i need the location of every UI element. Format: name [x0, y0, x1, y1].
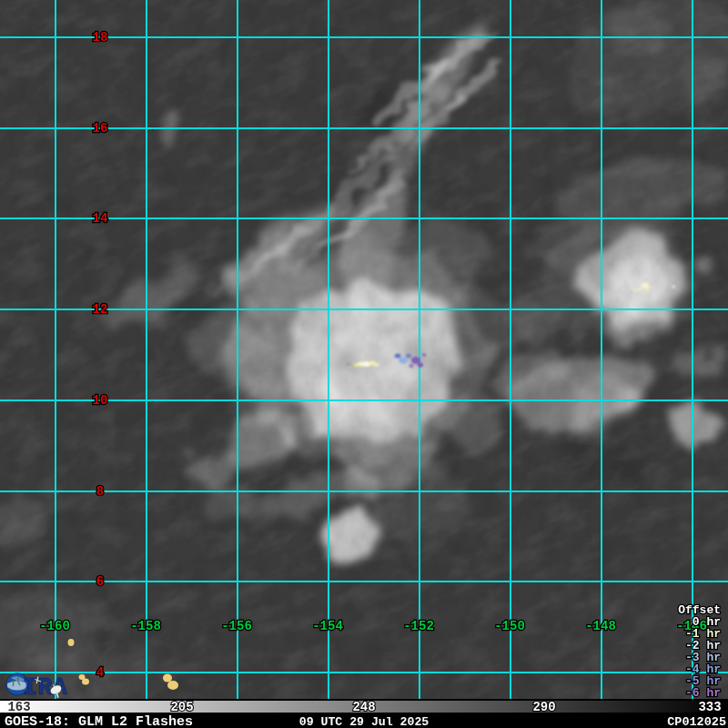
svg-text:10: 10 [93, 393, 108, 408]
svg-text:14: 14 [93, 211, 108, 226]
svg-text:16: 16 [93, 121, 108, 136]
svg-text:8: 8 [96, 484, 104, 499]
svg-text:6: 6 [96, 574, 104, 589]
svg-text:-6 hr: -6 hr [685, 686, 721, 700]
svg-text:333: 333 [698, 700, 721, 714]
svg-text:248: 248 [352, 700, 375, 714]
svg-text:-154: -154 [312, 619, 343, 633]
svg-text:-152: -152 [403, 619, 434, 633]
svg-text:-158: -158 [130, 619, 161, 633]
svg-text:12: 12 [93, 302, 108, 317]
svg-text:4: 4 [96, 665, 104, 680]
svg-text:GOES-18: GLM L2 Flashes: GOES-18: GLM L2 Flashes [5, 714, 193, 728]
svg-text:18: 18 [93, 30, 108, 45]
svg-text:CP012025: CP012025 [667, 715, 726, 728]
svg-text:09 UTC 29 Jul 2025: 09 UTC 29 Jul 2025 [299, 715, 430, 728]
svg-text:-148: -148 [585, 619, 616, 633]
svg-text:-150: -150 [494, 619, 525, 633]
svg-text:-156: -156 [221, 619, 252, 633]
svg-text:205: 205 [170, 700, 193, 714]
svg-text:290: 290 [532, 700, 555, 714]
svg-text:-160: -160 [39, 619, 70, 633]
svg-text:163: 163 [7, 700, 30, 714]
